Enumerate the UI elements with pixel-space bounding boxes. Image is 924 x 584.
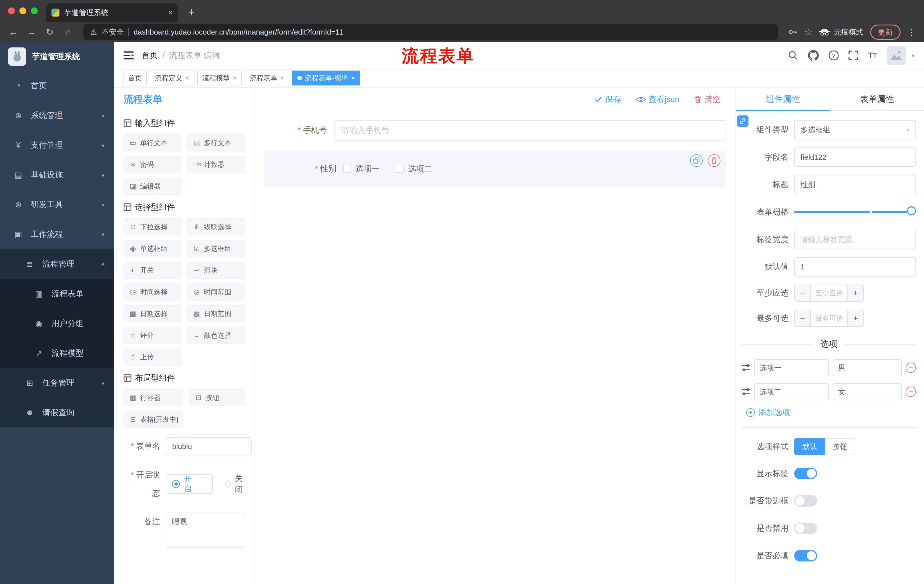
component-item-checkbox-group[interactable]: ☑多选框组 [187,240,245,257]
update-button[interactable]: 更新 [870,25,901,40]
drag-handle-icon[interactable] [742,364,750,372]
required-switch[interactable] [794,550,817,561]
component-item-slider[interactable]: ⊸滑块 [187,262,245,279]
view-json-button[interactable]: 查看json [636,94,679,105]
component-type-select[interactable]: 多选框组 ∨ [794,120,916,140]
style-button-button[interactable]: 按钮 [825,438,855,455]
new-tab-button[interactable]: + [184,5,199,20]
remark-textarea[interactable]: 嘿嘿 [166,513,245,548]
sidebar-item-process-form[interactable]: ▥流程表单 [0,279,114,309]
minimize-window-button[interactable] [20,7,26,14]
checkbox-icon[interactable] [396,165,404,173]
max-select-input[interactable] [811,310,847,326]
back-button[interactable]: ← [6,25,21,39]
tag-process-definition[interactable]: 流程定义× [150,71,195,86]
sidebar-item-leave-query[interactable]: ☻请假查询 [0,398,114,428]
copy-component-button[interactable] [690,154,703,167]
component-item-select[interactable]: ⊙下拉选择 [124,218,182,235]
component-item-date-range[interactable]: ▩日期范围 [187,305,245,322]
browser-tab[interactable]: 芋道管理系统 × [46,3,178,22]
sidebar-item-process-management[interactable]: ≣流程管理∧ [0,249,114,279]
sidebar-item-workflow[interactable]: ▣工作流程∧ [0,219,114,249]
border-switch[interactable] [794,495,817,507]
option-label-input[interactable] [754,383,829,400]
remove-option-button[interactable]: − [906,387,916,397]
title-input[interactable] [794,175,916,194]
avatar[interactable] [886,46,906,65]
status-on-radio[interactable]: 开启 [166,474,213,494]
link-button[interactable] [737,115,749,127]
component-item-date-picker[interactable]: ▦日期选择 [124,305,182,322]
remove-option-button[interactable]: − [906,363,916,373]
tag-close-icon[interactable]: × [233,74,237,82]
min-select-input[interactable] [811,285,847,301]
url-bar[interactable]: ⚠ 不安全 dashboard.yudao.iocoder.cn/bpm/man… [84,24,778,40]
home-button[interactable]: ⌂ [61,25,76,39]
sidebar-item-home[interactable]: ◔首页 [0,71,114,100]
gender-option-1[interactable]: 选项一 [343,163,380,174]
add-option-button[interactable]: + 添加选项 [746,407,916,418]
component-item-editor[interactable]: ◪编辑器 [124,178,182,195]
option-label-input[interactable] [754,359,829,376]
component-item-upload[interactable]: ↥上传 [124,349,182,366]
canvas-field-phone[interactable]: 手机号 [264,119,726,142]
drag-handle-icon[interactable] [742,387,750,396]
component-item-counter[interactable]: 123计数器 [187,156,245,173]
option-value-input[interactable] [833,383,902,400]
checkbox-icon[interactable] [343,165,351,173]
font-size-icon[interactable]: TT [868,51,877,60]
breadcrumb-home[interactable]: 首页 [142,50,158,61]
browser-menu-icon[interactable]: ⋮ [908,27,916,37]
sidebar-item-payment[interactable]: ¥支付管理∨ [0,130,114,160]
sidebar-item-task-management[interactable]: ⊞任务管理∨ [0,368,114,398]
tag-home[interactable]: 首页 [123,71,147,86]
decrease-button[interactable]: − [795,285,811,301]
label-width-input[interactable] [794,230,916,249]
decrease-button[interactable]: − [795,310,811,326]
component-item-radio-group[interactable]: ◉单选框组 [124,240,182,257]
component-item-cascader[interactable]: ⋔级联选择 [187,218,245,235]
tag-close-icon[interactable]: × [351,74,355,82]
tag-process-form[interactable]: 流程表单× [245,71,289,86]
show-label-switch[interactable] [794,468,817,479]
bookmark-star-icon[interactable]: ☆ [804,26,812,38]
sidebar-item-infrastructure[interactable]: ▤基础设施∨ [0,160,114,190]
component-item-row-container[interactable]: ▥行容器 [124,389,183,406]
tag-process-model[interactable]: 流程模型× [197,71,242,86]
status-off-radio[interactable]: 关闭 [225,473,245,495]
form-grid-slider[interactable] [794,202,916,222]
reload-button[interactable]: ↻ [42,25,57,39]
sidebar-item-user-group[interactable]: ◉用户分组 [0,309,114,338]
form-name-input[interactable] [166,437,252,456]
increase-button[interactable]: + [847,310,863,326]
tab-close-icon[interactable]: × [168,8,173,17]
component-item-time-picker[interactable]: ◷时间选择 [124,283,182,301]
default-value-input[interactable] [794,257,916,276]
component-item-rate[interactable]: ☆评分 [124,327,182,344]
tab-form-props[interactable]: 表单属性 [830,88,924,110]
component-item-password[interactable]: ∗密码 [124,156,182,173]
component-item-table[interactable]: ⊞表格[开发中] [124,411,183,428]
tag-process-form-edit[interactable]: 流程表单-编辑× [292,71,360,86]
maximize-window-button[interactable] [31,7,38,14]
tag-close-icon[interactable]: × [185,74,189,82]
canvas-field-gender-selected[interactable]: 性别 选项一 选项二 [264,151,726,187]
fullscreen-icon[interactable] [848,51,858,60]
avatar-caret-icon[interactable]: ∨ [911,52,915,59]
component-item-time-range[interactable]: ◶时间范围 [187,283,245,301]
component-item-single-line-text[interactable]: ▭单行文本 [124,134,182,151]
key-icon[interactable] [788,28,797,36]
slider-handle[interactable] [907,206,916,216]
sidebar-item-devtools[interactable]: ⊗研发工具∨ [0,190,114,219]
phone-input[interactable] [334,120,726,141]
close-window-button[interactable] [8,7,15,14]
component-item-switch[interactable]: ◐开关 [124,262,182,279]
help-icon[interactable]: ? [828,50,839,61]
save-button[interactable]: 保存 [594,94,621,105]
component-item-color-picker[interactable]: ◒颜色选择 [187,327,245,344]
search-icon[interactable] [788,50,798,61]
clear-button[interactable]: 清空 [694,94,721,105]
component-item-multi-line-text[interactable]: ▤多行文本 [187,134,245,151]
field-name-input[interactable] [794,147,916,167]
github-icon[interactable] [808,50,819,61]
